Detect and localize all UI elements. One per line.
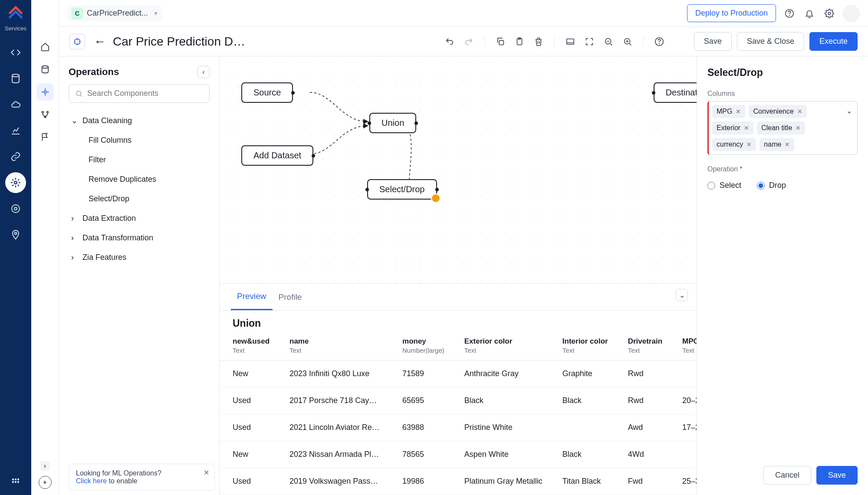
zoom-out-icon[interactable]	[602, 35, 615, 49]
execute-button[interactable]: Execute	[809, 32, 858, 51]
tree-data-cleaning[interactable]: ⌄Data Cleaning	[59, 111, 219, 131]
tree-remove-duplicates[interactable]: Remove Duplicates	[59, 170, 219, 189]
node-destination[interactable]: Destinat	[654, 82, 697, 103]
table-cell: Black	[451, 387, 549, 414]
copy-icon[interactable]	[493, 35, 507, 49]
table-cell: Platinum Gray Metallic	[451, 468, 549, 495]
flag-icon[interactable]	[36, 128, 54, 146]
node-union[interactable]: Union	[369, 113, 416, 133]
avatar[interactable]	[843, 5, 859, 22]
fit-icon[interactable]	[563, 35, 577, 49]
rail-ml-icon[interactable]	[5, 172, 26, 193]
rail-database-icon[interactable]	[5, 68, 26, 89]
remove-tag-icon[interactable]: ✕	[746, 141, 752, 148]
collapse-sidebar-button[interactable]: ‹	[197, 66, 210, 78]
remove-tag-icon[interactable]: ✕	[736, 108, 741, 115]
pipeline-icon[interactable]	[36, 83, 54, 101]
table-row[interactable]: Used2017 Porsche 718 Cayman S65695BlackB…	[220, 387, 697, 414]
operations-sidebar: Operations ‹ ⌄Data Cleaning Fill Columns…	[59, 56, 220, 495]
data-icon[interactable]	[36, 61, 54, 78]
table-cell: Used	[220, 414, 276, 441]
rail-link-icon[interactable]	[5, 146, 26, 167]
properties-panel: Select/Drop Columns ⌄ MPG✕Convenience✕Ex…	[697, 56, 868, 495]
remove-tag-icon[interactable]: ✕	[797, 108, 802, 115]
add-button[interactable]: +	[39, 476, 52, 489]
table-row[interactable]: Used2021 Lincoln Aviator Reserve A...639…	[220, 414, 697, 441]
remove-tag-icon[interactable]: ✕	[785, 141, 790, 148]
svg-rect-23	[567, 39, 574, 44]
help-icon[interactable]	[783, 7, 796, 20]
node-source[interactable]: Source	[241, 82, 293, 103]
rail-apps-icon[interactable]	[5, 472, 26, 492]
tree-data-extraction[interactable]: ›Data Extraction	[59, 209, 219, 228]
table-cell: Rwd	[615, 387, 669, 414]
project-selector[interactable]: C CarPricePredict... ▼	[68, 6, 162, 21]
table-row[interactable]: Used2019 Volkswagen Passat 2.0T19986Plat…	[220, 468, 697, 495]
model-icon[interactable]	[36, 106, 54, 123]
svg-point-27	[659, 43, 659, 44]
table-cell: 4Wd	[615, 441, 669, 468]
search-components[interactable]	[69, 84, 210, 103]
chevron-down-icon[interactable]: ⌄	[846, 107, 852, 115]
column-tag[interactable]: MPG✕	[712, 105, 745, 118]
deploy-button[interactable]: Deploy to Production	[687, 4, 776, 22]
info-icon[interactable]	[652, 35, 666, 49]
tree-zia-features[interactable]: ›Zia Features	[59, 248, 219, 267]
expand-preview-button[interactable]: ⌄	[676, 289, 688, 301]
column-header[interactable]: MPGText	[669, 332, 697, 361]
save-close-button[interactable]: Save & Close	[737, 32, 804, 51]
zoom-in-icon[interactable]	[621, 35, 635, 49]
table-cell	[549, 414, 615, 441]
cancel-button[interactable]: Cancel	[763, 466, 811, 485]
search-input[interactable]	[87, 89, 203, 98]
rail-code-icon[interactable]	[5, 42, 26, 63]
bell-icon[interactable]	[803, 7, 816, 20]
table-row[interactable]: New2023 Nissan Armada Platinum78565Aspen…	[220, 441, 697, 468]
column-header[interactable]: Interior colorText	[549, 332, 615, 361]
column-header[interactable]: moneyNumber(large)	[389, 332, 451, 361]
remove-tag-icon[interactable]: ✕	[744, 125, 749, 131]
svg-rect-9	[15, 481, 16, 483]
close-icon[interactable]: ✕	[204, 469, 209, 477]
columns-tagbox[interactable]: ⌄ MPG✕Convenience✕Exterior✕Clean title✕c…	[707, 101, 858, 155]
panel-save-button[interactable]: Save	[816, 466, 858, 485]
rail-plugin-icon[interactable]	[5, 198, 26, 219]
column-tag[interactable]: Exterior✕	[712, 121, 753, 134]
pipeline-canvas[interactable]: Source Add Dataset Union Select/Drop Des…	[220, 56, 697, 283]
redo-icon[interactable]	[462, 35, 476, 49]
radio-drop[interactable]: Drop	[757, 181, 786, 190]
column-tag[interactable]: Convenience✕	[749, 105, 806, 118]
tree-filter[interactable]: Filter	[59, 150, 219, 170]
tab-profile[interactable]: Profile	[273, 285, 308, 310]
save-button[interactable]: Save	[694, 32, 732, 51]
remove-tag-icon[interactable]: ✕	[796, 125, 801, 131]
gear-icon[interactable]	[823, 7, 836, 20]
fullscreen-icon[interactable]	[582, 35, 596, 49]
column-tag[interactable]: currency✕	[712, 138, 756, 151]
spark-icon[interactable]	[69, 34, 85, 49]
rail-location-icon[interactable]	[5, 224, 26, 245]
tree-fill-columns[interactable]: Fill Columns	[59, 131, 219, 150]
node-select-drop[interactable]: Select/Drop	[367, 179, 437, 200]
delete-icon[interactable]	[532, 35, 546, 49]
radio-select[interactable]: Select	[707, 181, 741, 190]
home-icon[interactable]	[36, 38, 54, 56]
undo-icon[interactable]	[443, 35, 457, 49]
column-header[interactable]: Exterior colorText	[451, 332, 549, 361]
column-header[interactable]: DrivetrainText	[615, 332, 669, 361]
tree-data-transformation[interactable]: ›Data Transformation	[59, 228, 219, 248]
paste-icon[interactable]	[513, 35, 526, 49]
back-arrow-icon[interactable]: ←	[94, 35, 106, 49]
column-tag[interactable]: Clean title✕	[757, 121, 805, 134]
tree-select-drop[interactable]: Select/Drop	[59, 189, 219, 209]
rail-cloud-icon[interactable]	[5, 94, 26, 115]
node-add-dataset[interactable]: Add Dataset	[241, 145, 313, 166]
column-header[interactable]: new&usedText	[220, 332, 276, 361]
column-tag[interactable]: name✕	[760, 138, 794, 151]
expand-rail-toggle[interactable]: ›	[40, 461, 50, 471]
column-header[interactable]: nameText	[276, 332, 389, 361]
table-row[interactable]: New2023 Infiniti Qx80 Luxe71589Anthracit…	[220, 361, 697, 387]
tab-preview[interactable]: Preview	[231, 284, 273, 310]
promo-link[interactable]: Click here	[76, 477, 107, 485]
rail-chart-icon[interactable]	[5, 120, 26, 141]
